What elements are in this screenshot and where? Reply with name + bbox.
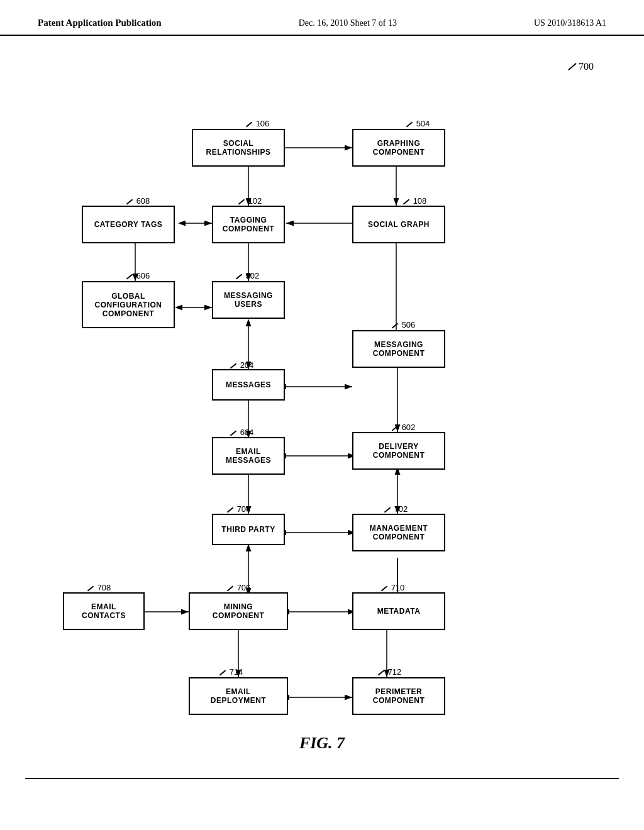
box-messages: MESSAGES [212, 369, 285, 401]
box-email-contacts: EMAIL CONTACTS [63, 592, 145, 630]
ref-perimeter-component: 712 [377, 667, 401, 677]
ref-tagging-component: 102 [238, 196, 262, 206]
box-tagging-component: TAGGING COMPONENT [212, 206, 285, 243]
box-messaging-component: MESSAGING COMPONENT [352, 330, 445, 368]
box-messaging-users: MESSAGING USERS [212, 281, 285, 319]
ref-social-graph: 108 [402, 196, 426, 206]
box-category-tags: CATEGORY TAGS [82, 206, 175, 243]
ref-delivery-component: 602 [391, 423, 415, 432]
ref-management-component: 702 [384, 504, 408, 514]
diagram-ref-label: 700 [567, 61, 594, 72]
figure-label: FIG. 7 [299, 734, 345, 753]
bottom-border [25, 778, 619, 779]
box-email-messages: EMAIL MESSAGES [212, 437, 285, 475]
ref-messages: 204 [230, 360, 253, 370]
box-delivery-component: DELIVERY COMPONENT [352, 432, 445, 470]
ref-messaging-users: 502 [235, 271, 259, 280]
ref-metadata: 710 [380, 583, 404, 592]
box-email-deployment: EMAIL DEPLOYMENT [189, 677, 288, 715]
ref-email-contacts: 708 [87, 583, 111, 592]
ref-graphing-component: 504 [406, 119, 430, 128]
box-metadata: METADATA [352, 592, 445, 630]
box-management-component: MANAGEMENT COMPONENT [352, 514, 445, 551]
box-graphing-component: GRAPHING COMPONENT [352, 129, 445, 167]
box-social-graph: SOCIAL GRAPH [352, 206, 445, 243]
diagram-area: 700 SOCIAL RELATIONSHIPS 106 GRAPHING CO… [0, 36, 644, 778]
box-social-relationships: SOCIAL RELATIONSHIPS [192, 129, 285, 167]
box-perimeter-component: PERIMETER COMPONENT [352, 677, 445, 715]
ref-category-tags: 608 [126, 196, 150, 206]
ref-global-config: 606 [126, 271, 150, 280]
arrows-svg [0, 36, 644, 778]
header-left: Patent Application Publication [38, 18, 162, 28]
header-right: US 2010/318613 A1 [534, 18, 606, 28]
page-header: Patent Application Publication Dec. 16, … [0, 0, 644, 36]
ref-messaging-component: 506 [391, 320, 415, 329]
ref-email-messages: 604 [230, 428, 253, 437]
ref-email-deployment: 714 [219, 667, 243, 677]
ref-mining-component: 706 [226, 583, 250, 592]
box-mining-component: MINING COMPONENT [189, 592, 288, 630]
header-center: Dec. 16, 2010 Sheet 7 of 13 [299, 18, 397, 28]
ref-third-party: 704 [226, 504, 250, 514]
box-global-config: GLOBAL CONFIGURATION COMPONENT [82, 281, 175, 328]
box-third-party: THIRD PARTY [212, 514, 285, 545]
ref-social-relationships: 106 [245, 119, 269, 128]
